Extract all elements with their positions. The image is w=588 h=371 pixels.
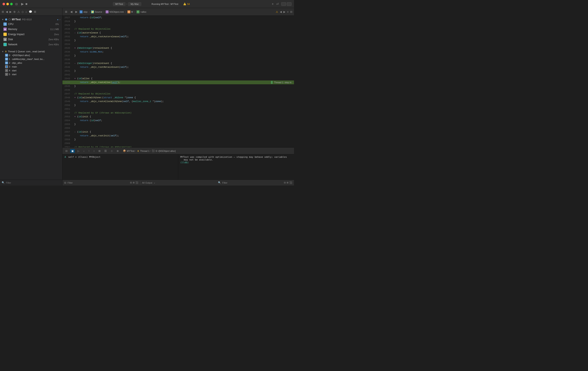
bt-share-icon[interactable]: ⊹	[109, 149, 114, 153]
right-layout-3[interactable]: ⬛	[289, 181, 292, 184]
bookmark-icon[interactable]: ⌂	[25, 10, 27, 13]
stack-frame-3[interactable]: 👤 3 main	[0, 65, 62, 69]
bc-thread-icon: ⏸	[137, 150, 139, 152]
play-icon[interactable]: ▶	[21, 2, 24, 6]
title-bar-center: MYTest › My Mac Running MYTest : MYTest …	[31, 2, 272, 6]
list-icon[interactable]: ⊞	[2, 10, 4, 13]
frame-2-name: objc_alloc	[12, 62, 22, 64]
line-content-2559: }	[73, 138, 294, 141]
line-content-2544: return _objc_rootAlloc(self);	[73, 80, 271, 84]
stop-icon[interactable]: ■	[25, 2, 28, 6]
grid-icon[interactable]: ⊞	[34, 10, 36, 13]
nav-back-icon[interactable]: ◀	[69, 10, 73, 14]
bc-sep-1: ›	[136, 150, 136, 152]
bc-mytest-label: MYTest	[127, 150, 135, 152]
output-chevron-icon[interactable]: ⌄	[153, 181, 155, 184]
process-indicator	[5, 18, 7, 21]
right-layout-1[interactable]: ⊟	[284, 181, 286, 184]
nav-split-icon[interactable]: ⊟	[290, 10, 292, 13]
annotation-bar	[271, 81, 273, 84]
metric-cpu[interactable]: ☰ CPU 0%	[0, 21, 62, 27]
bt-extra-icon[interactable]: ⊕	[115, 149, 120, 153]
bottom-toolbar: ⊟ ▣ ▷ ↓ ↑ ↕ ⊞ ⛓ ⊹ ⊕ 📦 MYTest › ⏸ Thread …	[63, 147, 294, 154]
layout-1-icon[interactable]	[281, 2, 286, 6]
hierarchy-icon[interactable]: ⊕	[13, 10, 16, 13]
frame-1-icon: M	[5, 58, 8, 61]
frame-3-index: 3	[9, 65, 10, 68]
thread-pause-icon: ⏸	[5, 50, 7, 53]
left-filter-bar: 🔍	[0, 180, 62, 186]
thread-row[interactable]: ▼ ⏸ Thread 1 Queue: com...read (serial)	[0, 50, 62, 53]
add-icon[interactable]: +	[272, 2, 274, 6]
debug-var-value: self = (Class) MYObject	[68, 156, 100, 159]
bt-continue-icon[interactable]: ↕	[92, 149, 96, 153]
line-content-2542	[73, 73, 294, 77]
maximize-button[interactable]	[10, 3, 13, 5]
line-num-2532: 2532	[63, 35, 73, 39]
bt-step-over-icon[interactable]: ▷	[76, 149, 81, 153]
debugger-console[interactable]: MYTest was compiled with optimization – …	[178, 154, 294, 180]
left-filter-section: ⊟ Filter ⊟ ⊞ ⬛	[64, 181, 138, 184]
process-row[interactable]: ▼ MYTest PID 6510 ● ○	[0, 17, 62, 21]
stack-frame-4[interactable]: ○ 4 start	[0, 69, 62, 73]
left-layout-3[interactable]: ⬛	[136, 181, 138, 184]
bt-debug-icon[interactable]: ⛓	[103, 149, 108, 153]
left-layout-1[interactable]: ⊟	[130, 181, 132, 184]
arrow-right-icon[interactable]: ▶	[10, 10, 12, 13]
metric-network[interactable]: 🌐 Network Zero KB/s	[0, 42, 62, 47]
bt-active-icon[interactable]: ▣	[70, 149, 75, 153]
metric-disk[interactable]: 💾 Disk Zero KB/s	[0, 37, 62, 42]
warning-small-icon[interactable]: ⚠	[17, 10, 20, 13]
code-line-2538: 2538	[63, 58, 294, 61]
nav-forward-icon[interactable]: ▶	[74, 10, 78, 14]
bt-console-icon[interactable]: ⊟	[64, 149, 69, 153]
code-line-2555: 2555 }	[63, 122, 294, 126]
stack-frame-0[interactable]: M 0 +[NSObject alloc]	[0, 53, 62, 57]
source-nav-right: ⚠ ◀ ▶ ≡ ⊟	[276, 10, 292, 13]
frame-4-icon: ○	[5, 69, 8, 72]
stack-frame-2[interactable]: M 2 objc_alloc	[0, 61, 62, 65]
tab-mytest[interactable]: MYTest	[113, 2, 126, 6]
sidebar-toggle[interactable]: ⊟	[15, 2, 18, 6]
line-content-2540: return _objc_rootRetainCount(self);	[73, 65, 294, 69]
line-content-2533: }	[73, 39, 294, 42]
code-editor[interactable]: 2527 return (id)self; 2528 } 2529 2530 /…	[63, 16, 294, 147]
close-button[interactable]	[2, 3, 5, 5]
code-line-2546: 2546	[63, 88, 294, 92]
nav-chevron-left-icon[interactable]: ◀	[280, 10, 282, 13]
filter-input[interactable]	[6, 181, 61, 184]
arrow-left-icon[interactable]: ◀	[6, 10, 8, 13]
nav-chevron-right-icon[interactable]: ▶	[284, 10, 285, 13]
minimize-button[interactable]	[6, 3, 9, 5]
line-content-2531: - (id)autorelease {	[73, 31, 294, 35]
right-filter-label: Filter	[222, 181, 227, 184]
return-icon[interactable]: ⏎	[276, 2, 279, 6]
bc-objc-icon: o	[80, 10, 83, 13]
diamond-icon[interactable]: ◇	[21, 10, 24, 13]
metric-memory[interactable]: ▣ Memory 11.1 MB	[0, 27, 62, 32]
nav-list-icon[interactable]: ≡	[287, 10, 288, 13]
bt-view-icon[interactable]: ⊞	[97, 149, 102, 153]
line-content-2534	[73, 42, 294, 46]
metric-energy[interactable]: ⚡ Energy Impact Zero	[0, 32, 62, 37]
line-num-2529: 2529	[63, 23, 73, 27]
layout-2-icon[interactable]	[287, 2, 292, 6]
message-icon[interactable]: 💬	[29, 10, 32, 13]
left-layout-2[interactable]: ⊞	[133, 181, 135, 184]
right-filter-icon: 🔍	[218, 181, 221, 184]
cpu-icon: ☰	[3, 22, 7, 26]
code-line-2554: 2554 return (id)self;	[63, 119, 294, 122]
line-num-2551: 2551	[63, 107, 73, 111]
stack-frame-5[interactable]: ○ 5 start	[0, 73, 62, 76]
line-num-2556: 2556	[63, 126, 73, 130]
tab-mymac[interactable]: My Mac	[128, 2, 141, 6]
warning-nav-icon[interactable]: ⚠	[276, 10, 278, 13]
bt-step-in-icon[interactable]: ↓	[82, 149, 86, 153]
network-icon: 🌐	[3, 43, 7, 46]
right-layout-2[interactable]: ⊞	[287, 181, 288, 184]
frame-5-icon: ○	[5, 73, 8, 76]
bt-step-out-icon[interactable]: ↑	[87, 149, 91, 153]
stack-frame-1[interactable]: M 1 callAlloc(objc_class*, bool, bo...	[0, 57, 62, 61]
nav-grid-icon[interactable]: ⊞	[64, 10, 68, 14]
line-content-2539: - (NSUInteger)retainCount {	[73, 61, 294, 65]
